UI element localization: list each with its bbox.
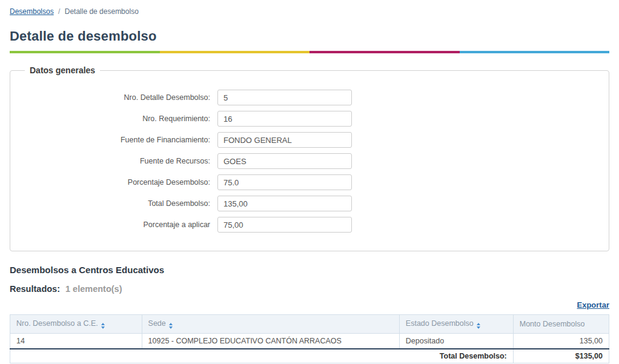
breadcrumb-separator: / <box>58 7 60 16</box>
cell-nro-desembolso: 14 <box>10 334 142 349</box>
nro-requerimiento-label: Nro. Requerimiento: <box>18 114 210 123</box>
breadcrumb: Desembolsos / Detalle de desembolso <box>10 7 609 16</box>
form-row: Nro. Detalle Desembolso: <box>18 90 601 105</box>
cell-monto: 135,00 <box>513 334 609 349</box>
breadcrumb-current: Detalle de desembolso <box>65 7 139 16</box>
table-header: Nro. Desembolso a C.E. Sede Estado Desem… <box>10 315 609 334</box>
header-estado-desembolso[interactable]: Estado Desembolso <box>399 315 513 334</box>
breadcrumb-link-desembolsos[interactable]: Desembolsos <box>10 7 54 16</box>
total-desembolso-input[interactable] <box>217 196 352 211</box>
section-title: Desembolsos a Centros Educativos <box>10 265 609 275</box>
sort-icon <box>477 323 480 329</box>
export-row: Exportar <box>10 299 609 310</box>
fuente-financiamiento-label: Fuente de Financiamiento: <box>18 136 210 144</box>
form-row: Total Desembolso: <box>18 196 601 211</box>
form-row: Porcentaje a aplicar <box>18 217 601 233</box>
export-link[interactable]: Exportar <box>577 300 609 309</box>
nro-detalle-desembolso-input[interactable] <box>217 90 352 105</box>
porcentaje-desembolso-label: Porcentaje Desembolso: <box>18 178 210 187</box>
form-row: Fuente de Financiamiento: <box>18 132 601 148</box>
accent-segment-blue <box>460 51 610 53</box>
nro-detalle-desembolso-label: Nro. Detalle Desembolso: <box>18 93 210 102</box>
footer-total-label: Total Desembolso: <box>10 349 514 363</box>
fuente-recursos-input[interactable] <box>217 153 352 169</box>
header-label: Monto Desembolso <box>520 320 585 328</box>
results-count: 1 elemento(s) <box>65 284 122 294</box>
desembolsos-table: Nro. Desembolso a C.E. Sede Estado Desem… <box>10 314 609 363</box>
nro-requerimiento-input[interactable] <box>217 111 352 127</box>
porcentaje-a-aplicar-label: Porcentaje a aplicar <box>18 220 210 229</box>
porcentaje-desembolso-input[interactable] <box>217 174 352 190</box>
results-line: Resultados: 1 elemento(s) <box>10 284 609 294</box>
header-sede[interactable]: Sede <box>142 315 399 334</box>
header-monto-desembolso: Monto Desembolso <box>513 315 609 334</box>
page-title: Detalle de desembolso <box>10 28 609 44</box>
porcentaje-a-aplicar-input[interactable] <box>217 217 352 233</box>
total-desembolso-label: Total Desembolso: <box>18 199 210 208</box>
sort-icon <box>169 323 173 329</box>
table-footer-row: Total Desembolso: $135,00 <box>10 349 609 363</box>
form-row: Nro. Requerimiento: <box>18 111 601 127</box>
accent-bar <box>10 51 609 53</box>
page-container: Desembolsos / Detalle de desembolso Deta… <box>0 0 619 364</box>
form-row: Porcentaje Desembolso: <box>18 174 601 190</box>
cell-sede: 10925 - COMPLEJO EDUCATIVO CANTÓN ARRACA… <box>142 334 399 349</box>
accent-segment-yellow <box>160 51 310 53</box>
cell-estado: Depositado <box>399 334 513 349</box>
results-label: Resultados: <box>10 284 60 294</box>
fuente-financiamiento-input[interactable] <box>217 132 352 148</box>
accent-segment-magenta <box>310 51 460 53</box>
form-row: Fuente de Recursos: <box>18 153 601 169</box>
accent-segment-green <box>10 51 160 53</box>
footer-total-value: $135,00 <box>513 349 609 363</box>
datos-generales-legend: Datos generales <box>25 65 100 75</box>
header-label: Estado Desembolso <box>406 319 474 328</box>
header-label: Sede <box>148 319 166 328</box>
datos-generales-fieldset: Datos generales Nro. Detalle Desembolso:… <box>10 65 609 251</box>
header-label: Nro. Desembolso a C.E. <box>16 319 98 328</box>
fuente-recursos-label: Fuente de Recursos: <box>18 157 210 165</box>
header-nro-desembolso[interactable]: Nro. Desembolso a C.E. <box>10 315 142 334</box>
table-row: 14 10925 - COMPLEJO EDUCATIVO CANTÓN ARR… <box>10 334 609 349</box>
sort-icon <box>101 323 105 329</box>
